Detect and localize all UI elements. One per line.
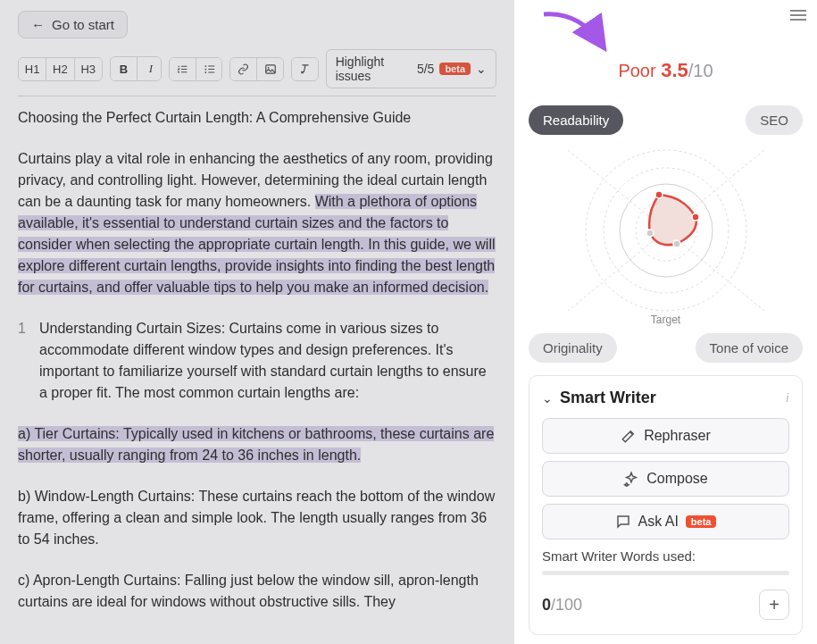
sub-item-b: b) Window-Length Curtains: These curtain… bbox=[18, 486, 496, 550]
italic-button[interactable]: I bbox=[138, 57, 162, 80]
sub-item-a: a) Tier Curtains: Typically used in kitc… bbox=[18, 423, 496, 466]
highlight-issues-label: Highlight issues bbox=[336, 54, 412, 83]
highlight-issues-dropdown[interactable]: Highlight issues 5/5 beta ⌄ bbox=[326, 49, 496, 88]
beta-badge: beta bbox=[439, 63, 471, 75]
words-progress-bar bbox=[542, 571, 789, 575]
rephraser-icon bbox=[621, 428, 637, 444]
arrow-left-icon: ← bbox=[31, 17, 45, 32]
svg-point-2 bbox=[204, 71, 206, 73]
beta-badge: beta bbox=[686, 515, 717, 528]
smart-writer-card: ⌄ Smart Writer i Rephraser Compose Ask A… bbox=[529, 375, 803, 635]
words-total: /100 bbox=[551, 596, 582, 614]
link-icon bbox=[238, 63, 249, 76]
target-label: Target bbox=[529, 314, 803, 326]
document-body[interactable]: Choosing the Perfect Curtain Length: A C… bbox=[18, 107, 496, 633]
link-button[interactable] bbox=[230, 58, 257, 80]
svg-point-13 bbox=[692, 213, 699, 221]
smart-writer-title: Smart Writer bbox=[560, 389, 656, 407]
unordered-list-icon bbox=[204, 63, 216, 76]
list-number: 1 bbox=[18, 318, 30, 404]
ask-ai-button[interactable]: Ask AI beta bbox=[542, 504, 789, 539]
image-icon bbox=[264, 63, 277, 76]
document-title: Choosing the Perfect Curtain Length: A C… bbox=[18, 107, 496, 129]
highlight-issues-count: 5/5 bbox=[417, 62, 434, 76]
heading-3-button[interactable]: H3 bbox=[75, 58, 102, 80]
ordered-list-icon bbox=[177, 63, 188, 76]
chat-icon bbox=[615, 514, 631, 530]
heading-1-button[interactable]: H1 bbox=[19, 58, 46, 80]
intro-paragraph: Curtains play a vital role in enhancing … bbox=[18, 148, 496, 298]
rephraser-label: Rephraser bbox=[644, 428, 711, 444]
editor-toolbar: H1 H2 H3 B I bbox=[18, 49, 496, 96]
tab-tone[interactable]: Tone of voice bbox=[696, 333, 803, 363]
compose-label: Compose bbox=[646, 471, 707, 487]
unordered-list-button[interactable] bbox=[196, 58, 223, 80]
sub-item-a-text: a) Tier Curtains: Typically used in kitc… bbox=[18, 426, 494, 463]
svg-point-0 bbox=[204, 65, 206, 67]
clear-format-icon bbox=[299, 63, 312, 76]
ask-ai-label: Ask AI bbox=[638, 514, 679, 530]
tab-originality[interactable]: Originality bbox=[529, 333, 617, 363]
svg-point-12 bbox=[655, 191, 663, 198]
tab-readability[interactable]: Readability bbox=[529, 105, 623, 135]
ordered-list-button[interactable] bbox=[170, 58, 196, 80]
heading-2-button[interactable]: H2 bbox=[46, 58, 74, 80]
hamburger-icon bbox=[790, 10, 806, 12]
score-display: Poor 3.5/10 bbox=[529, 59, 803, 82]
svg-point-1 bbox=[204, 68, 206, 70]
go-to-start-label: Go to start bbox=[52, 17, 114, 32]
svg-point-15 bbox=[646, 230, 654, 237]
menu-button[interactable] bbox=[790, 7, 806, 23]
clear-format-button[interactable] bbox=[292, 58, 319, 80]
tab-seo[interactable]: SEO bbox=[746, 105, 803, 135]
words-count: 0/100 bbox=[542, 596, 582, 615]
image-button[interactable] bbox=[257, 58, 284, 80]
svg-point-4 bbox=[268, 66, 270, 68]
attention-arrow-icon bbox=[539, 7, 611, 61]
svg-point-14 bbox=[673, 240, 680, 247]
chevron-down-icon: ⌄ bbox=[542, 391, 553, 406]
words-used-label: Smart Writer Words used: bbox=[542, 548, 789, 564]
compose-icon bbox=[623, 471, 639, 487]
analysis-pane: Poor 3.5/10 Readability SEO bbox=[514, 0, 817, 644]
chevron-down-icon: ⌄ bbox=[476, 62, 487, 76]
words-current: 0 bbox=[542, 596, 551, 614]
radar-chart bbox=[529, 146, 803, 315]
score-value: 3.5 bbox=[661, 59, 688, 81]
add-words-button[interactable]: + bbox=[759, 590, 789, 620]
score-label: Poor bbox=[618, 61, 655, 80]
list-item: 1 Understanding Curtain Sizes: Curtains … bbox=[18, 318, 496, 404]
bold-button[interactable]: B bbox=[111, 57, 138, 80]
compose-button[interactable]: Compose bbox=[542, 461, 789, 497]
go-to-start-button[interactable]: ← Go to start bbox=[18, 11, 128, 38]
editor-pane: ← Go to start H1 H2 H3 B I bbox=[0, 0, 514, 644]
list-item-text: Understanding Curtain Sizes: Curtains co… bbox=[39, 318, 496, 404]
rephraser-button[interactable]: Rephraser bbox=[542, 418, 789, 454]
sub-item-c: c) Apron-Length Curtains: Falling just b… bbox=[18, 570, 496, 613]
score-outof: /10 bbox=[688, 61, 713, 80]
smart-writer-toggle[interactable]: ⌄ Smart Writer bbox=[542, 389, 656, 407]
info-icon[interactable]: i bbox=[786, 390, 789, 406]
